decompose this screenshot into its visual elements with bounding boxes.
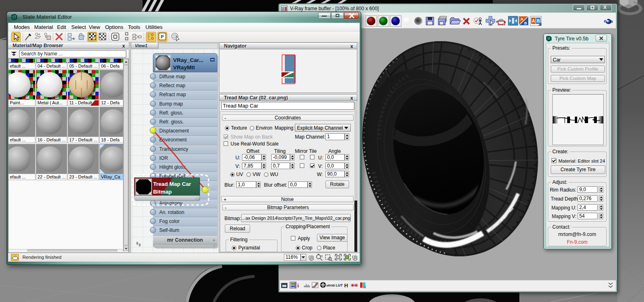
svg-text:LUT: LUT [336, 283, 343, 287]
svg-text:05 - Default ...: 05 - Default ... [69, 64, 97, 68]
svg-text:17 - Default ...: 17 - Default ... [69, 137, 97, 142]
svg-text:Metal ( Aut...: Metal ( Aut... [37, 100, 63, 105]
svg-text:16 - Default ...: 16 - Default ... [37, 137, 66, 142]
svg-text:B: B [524, 21, 527, 25]
svg-text:efault ...: efault ... [10, 64, 26, 68]
svg-text:A: A [532, 19, 535, 23]
svg-text:22 - Default ...: 22 - Default ... [37, 174, 66, 179]
svg-text:04 - Default ...: 04 - Default ... [37, 64, 66, 68]
svg-text:Paint...: Paint... [10, 100, 24, 105]
svg-text:efault ...: efault ... [10, 174, 26, 179]
svg-text:A: A [521, 17, 523, 21]
svg-text:H: H [344, 282, 348, 289]
svg-text:B: B [537, 19, 540, 23]
svg-text:VRayMtl: VRayMtl [173, 64, 195, 71]
svg-text:VRay_Car...: VRay_Car... [173, 57, 203, 63]
svg-text:12 - Defa: 12 - Defa [101, 100, 120, 105]
svg-text:P: P [161, 34, 164, 39]
svg-text:efault ...: efault ... [10, 137, 26, 142]
svg-text:18 - Defa: 18 - Defa [101, 137, 120, 142]
svg-text:06 - Defa: 06 - Defa [101, 64, 120, 68]
svg-text:View1: View1 [135, 43, 147, 48]
svg-text:i: i [297, 282, 299, 289]
svg-text:sRGB: sRGB [326, 284, 335, 287]
svg-text:VRay_Ca: VRay_Ca [101, 174, 121, 179]
svg-text:23 - Default ...: 23 - Default ... [69, 174, 97, 179]
